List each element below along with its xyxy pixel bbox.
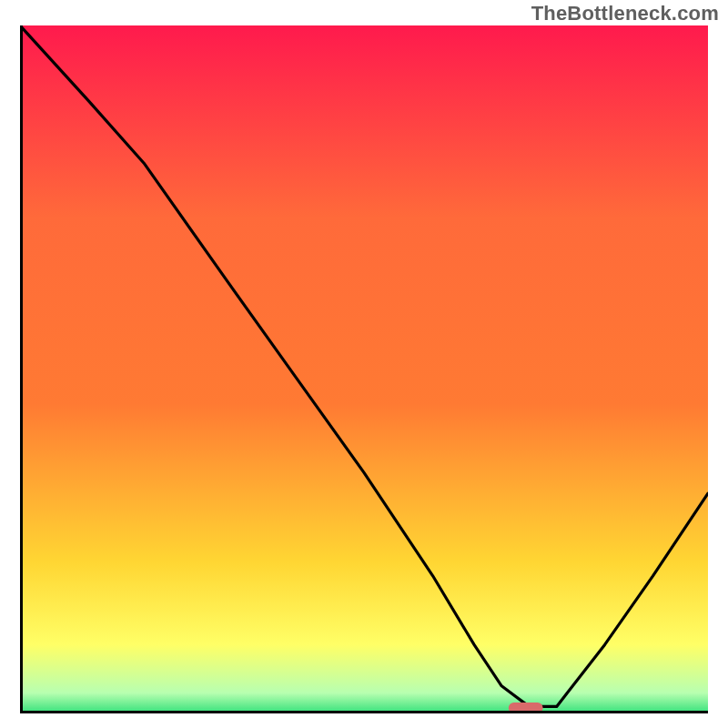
chart-plot bbox=[20, 25, 708, 713]
gradient-background bbox=[20, 25, 708, 713]
attribution-text: TheBottleneck.com bbox=[531, 2, 719, 25]
chart-frame: TheBottleneck.com bbox=[0, 0, 728, 728]
bottleneck-chart-svg bbox=[20, 25, 708, 713]
